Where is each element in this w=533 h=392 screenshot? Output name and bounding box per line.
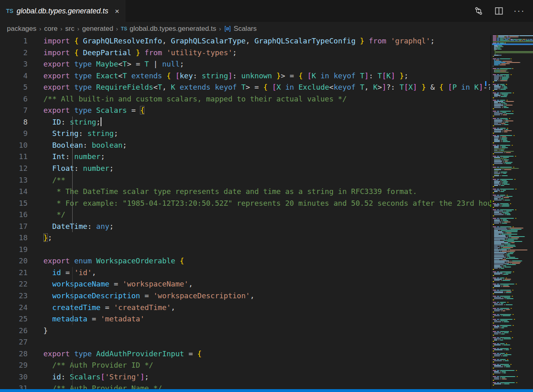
code-content: }: [28, 325, 490, 337]
code-line[interactable]: 28export type AddAuthProviderInput = {: [0, 348, 490, 360]
open-changes-icon[interactable]: [474, 6, 484, 16]
code-line[interactable]: 30 id: Scalars['String'];: [0, 371, 490, 383]
code-content: /** All built-in and custom scalars, map…: [28, 93, 490, 105]
code-content: [28, 244, 490, 256]
line-number: 9: [0, 128, 28, 140]
token-typ: unknown: [241, 71, 272, 80]
token-pun: [175, 256, 180, 265]
token-pun: [162, 71, 167, 80]
minimap[interactable]: [492, 35, 533, 389]
code-line[interactable]: 31 /** Auth Provider Name */: [0, 383, 490, 389]
status-bar[interactable]: [0, 389, 533, 392]
code-line[interactable]: 12 Float: number;: [0, 163, 490, 174]
tab-title: global.db.types.generated.ts: [17, 7, 108, 15]
code-content: Boolean: boolean;: [28, 140, 490, 151]
token-b1: {: [263, 83, 268, 91]
code-content: Float: number;: [28, 163, 490, 174]
code-line[interactable]: 14 * The DateTime scalar type represents…: [0, 186, 490, 198]
token-b2: [: [448, 83, 452, 91]
breadcrumb-file[interactable]: TS global.db.types.generated.ts: [121, 25, 216, 33]
token-pun: ?:: [387, 83, 400, 91]
code-line[interactable]: 25 metadata = 'metadata': [0, 313, 490, 325]
token-pun: [470, 83, 475, 91]
token-kw: from: [369, 37, 386, 45]
token-com: * For example: "1985-04-12T23:20:50.52Z"…: [43, 199, 490, 207]
code-line[interactable]: 22 workspaceName = 'workspaceName',: [0, 278, 490, 290]
code-line[interactable]: 6/** All built-in and custom scalars, ma…: [0, 93, 490, 105]
token-b2: [: [382, 71, 387, 80]
token-pun: [211, 83, 215, 91]
code-line[interactable]: 8 ID: string;: [0, 116, 490, 128]
code-line[interactable]: 1import { GraphQLResolveInfo, GraphQLSca…: [0, 35, 490, 47]
token-pun: [43, 152, 52, 161]
indent-guide: [72, 186, 73, 198]
token-pun: ,: [246, 37, 255, 45]
code-line[interactable]: 20export enum WorkspaceOrderable {: [0, 255, 490, 267]
line-number: 31: [0, 383, 28, 389]
token-pun: [131, 48, 136, 57]
code-line[interactable]: 15 * For example: "1985-04-12T23:20:50.5…: [0, 198, 490, 209]
token-pun: [175, 83, 180, 91]
token-pun: [43, 129, 52, 138]
token-typ: K: [373, 83, 378, 91]
chevron-right-icon: ›: [60, 25, 62, 32]
code-line[interactable]: 3export type Maybe<T> = T | null;: [0, 58, 490, 70]
breadcrumb-symbol[interactable]: Scalars: [224, 25, 257, 33]
code-line[interactable]: 29 /** Auth Provider ID */: [0, 360, 490, 371]
breadcrumb-item[interactable]: src: [65, 25, 75, 33]
token-pun: [70, 71, 74, 80]
token-kw: from: [144, 48, 162, 57]
code-line[interactable]: 24 createdTime = 'createdTime',: [0, 302, 490, 314]
token-pun: :: [61, 118, 70, 126]
breadcrumb-item[interactable]: packages: [7, 25, 37, 33]
token-pun: ,: [250, 291, 254, 300]
breadcrumb-item[interactable]: generated: [82, 25, 114, 33]
token-kw2: type: [74, 60, 92, 68]
token-kw2: extends: [131, 71, 162, 80]
token-com: /**: [43, 176, 65, 184]
code-line[interactable]: 21 id = 'id',: [0, 267, 490, 279]
code-line[interactable]: 16 */: [0, 209, 490, 221]
token-com: /** All built-in and custom scalars, map…: [43, 95, 347, 103]
token-kw2: null: [162, 60, 180, 68]
line-number: 8: [0, 116, 28, 128]
token-var: DateTime: [52, 222, 88, 230]
token-pun: ;: [114, 129, 118, 138]
code-line[interactable]: 19: [0, 244, 490, 256]
tab-global-db-types[interactable]: TS global.db.types.generated.ts ×: [0, 0, 125, 22]
code-line[interactable]: 5export type RequireFields<T, K extends …: [0, 82, 490, 93]
code-line[interactable]: 10 Boolean: boolean;: [0, 140, 490, 151]
code-line[interactable]: 27: [0, 336, 490, 348]
token-kw2: type: [74, 71, 92, 80]
code-content: workspaceName = 'workspaceName',: [28, 278, 490, 290]
code-line[interactable]: 13 /**: [0, 174, 490, 186]
code-line[interactable]: 26}: [0, 325, 490, 337]
code-line[interactable]: 4export type Exact<T extends { [key: str…: [0, 70, 490, 82]
code-line[interactable]: 11 Int: number;: [0, 151, 490, 163]
token-b1: }: [277, 71, 281, 80]
breadcrumb-item[interactable]: core: [44, 25, 58, 33]
code-line[interactable]: 2import { DeepPartial } from 'utility-ty…: [0, 47, 490, 59]
token-pun: [92, 106, 96, 114]
code-line[interactable]: 23 workspaceDescription = 'workspaceDesc…: [0, 290, 490, 302]
code-editor[interactable]: 1import { GraphQLResolveInfo, GraphQLSca…: [0, 35, 490, 389]
split-editor-icon[interactable]: [494, 6, 504, 16]
code-line[interactable]: 9 String: string;: [0, 128, 490, 140]
code-content: export enum WorkspaceOrderable {: [28, 255, 490, 267]
token-kw: export: [43, 60, 70, 68]
token-pun: [43, 268, 52, 277]
code-line[interactable]: 17 DateTime: any;: [0, 221, 490, 233]
indent-guide: [72, 174, 73, 186]
token-pun: =: [184, 349, 198, 358]
code-line[interactable]: 7export type Scalars = {: [0, 105, 490, 116]
token-pun: =: [101, 303, 114, 312]
token-kw: export: [43, 349, 70, 358]
code-line[interactable]: 18};: [0, 232, 490, 244]
typescript-file-icon: TS: [121, 26, 127, 32]
token-pun: [79, 48, 83, 57]
minimap-decoration-green: [490, 200, 491, 203]
token-pun: [70, 256, 74, 265]
more-actions-icon[interactable]: ···: [514, 6, 524, 16]
close-tab-icon[interactable]: ×: [115, 7, 119, 15]
token-str: 'createdTime': [114, 303, 171, 312]
